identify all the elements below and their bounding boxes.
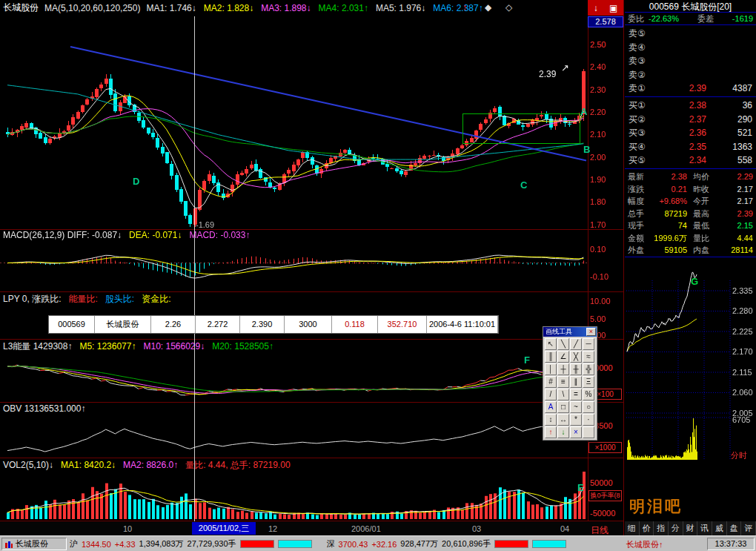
statusbar-stock-tab[interactable]: 长城股份: [1, 538, 67, 550]
scroll-down-icon[interactable]: ↓: [594, 3, 598, 13]
quote-info-cell: 59105: [647, 244, 687, 256]
quote-info-cell: 最低: [693, 220, 709, 231]
toolbar-titlebar[interactable]: 画线工具 ×: [543, 327, 597, 337]
bottom-tab[interactable]: 价: [640, 521, 654, 535]
quote-info-cell: 0.21: [647, 183, 687, 195]
draw-tool[interactable]: %: [583, 389, 594, 400]
draw-tool[interactable]: ╬: [583, 363, 594, 375]
order-book-row[interactable]: 卖④: [625, 41, 756, 54]
order-qty: 521: [709, 126, 752, 139]
draw-tool[interactable]: ↓: [557, 426, 569, 438]
chart-letter-annotation: E: [577, 482, 584, 493]
draw-tool[interactable]: ○: [583, 401, 594, 413]
l3-energy-chart[interactable]: [0, 352, 588, 401]
quote-info-cell: 均价: [693, 171, 709, 182]
draw-tool[interactable]: [583, 426, 594, 438]
quote-info-row: 外盘59105内盘28114: [625, 244, 756, 256]
draw-tool[interactable]: Ξ: [583, 376, 594, 388]
draw-tool[interactable]: ┼: [557, 363, 569, 375]
price-axis-tick: 2.20: [590, 108, 623, 116]
divider: [625, 257, 756, 257]
draw-tool[interactable]: =: [570, 389, 582, 400]
volume-chart[interactable]: [0, 470, 588, 521]
draw-tool[interactable]: #: [545, 376, 557, 388]
x-axis-strip: [0, 521, 623, 535]
intraday-price-tick: 2.060: [732, 388, 753, 397]
chart-letter-annotation: B: [583, 144, 590, 155]
draw-tool[interactable]: ≈: [583, 351, 594, 363]
watermark: 明泪吧: [629, 496, 683, 517]
order-book-row[interactable]: 买④2.351363: [625, 140, 756, 154]
draw-tool[interactable]: ╳: [570, 351, 582, 363]
draw-tool[interactable]: *: [570, 414, 582, 426]
draw-tool[interactable]: │: [545, 363, 557, 375]
price-axis-tick: 1.90: [590, 175, 623, 184]
order-book-row[interactable]: 卖③: [625, 54, 756, 67]
close-icon[interactable]: ×: [586, 328, 596, 336]
quote-info-cell: +9.68%: [647, 195, 687, 207]
crosshair-price-readout: 2.578: [588, 16, 623, 27]
draw-tool[interactable]: ╫: [570, 363, 582, 375]
arrow-up-icon[interactable]: ↑: [462, 2, 467, 13]
sz-amount: 928,477万: [400, 538, 438, 550]
order-price: 2.38: [666, 99, 706, 112]
macd-chart[interactable]: [0, 240, 588, 291]
order-book-row[interactable]: 卖⑤: [625, 27, 756, 40]
draw-tool[interactable]: □: [557, 401, 569, 413]
order-book-row[interactable]: 卖②: [625, 68, 756, 82]
quote-info-cell: 今开: [693, 195, 709, 207]
draw-tool[interactable]: ↖: [545, 338, 557, 350]
draw-tool[interactable]: ╲: [557, 338, 569, 350]
quote-info-cell: 4.44: [714, 232, 753, 244]
draw-tool[interactable]: ║: [545, 351, 557, 363]
quote-row-cell: 3000: [285, 316, 332, 333]
divider: [0, 291, 623, 292]
intraday-period-label[interactable]: 分时: [731, 450, 747, 461]
candlestick-chart[interactable]: [0, 16, 588, 230]
obv-chart[interactable]: [0, 415, 588, 457]
draw-tool[interactable]: ╱: [570, 338, 582, 350]
order-price: 2.39: [666, 82, 706, 95]
indicator-label: OBV 13136531.000↑: [3, 403, 85, 414]
bottom-tab[interactable]: 威: [712, 521, 727, 535]
draw-tool[interactable]: ∠: [557, 351, 569, 363]
order-book-row[interactable]: 卖①2.394387: [625, 82, 756, 95]
bottom-tab[interactable]: 财: [683, 521, 698, 535]
order-book-row[interactable]: 买②2.37290: [625, 113, 756, 126]
order-book-row[interactable]: 买①2.3836: [625, 99, 756, 112]
draw-tool[interactable]: A: [545, 401, 557, 413]
panel-divider: [623, 0, 624, 535]
quote-info-cell: 1999.6万: [647, 232, 687, 244]
order-qty: 1363: [709, 140, 752, 154]
diamond-outline-icon[interactable]: ◇: [505, 2, 512, 13]
bottom-tab[interactable]: 分: [669, 521, 683, 535]
draw-tool[interactable]: \: [557, 389, 569, 400]
draw-tool[interactable]: ∥: [570, 376, 582, 388]
draw-tool[interactable]: ↕: [545, 414, 557, 426]
draw-tool[interactable]: ×: [570, 426, 582, 438]
ma-value: MA1: 1.746↓: [146, 3, 196, 13]
draw-tool[interactable]: ~: [570, 401, 582, 413]
diamond-icon[interactable]: ◆: [485, 2, 491, 13]
quote-info-cell: 最高: [693, 208, 709, 220]
draw-tool[interactable]: ↔: [557, 414, 569, 426]
axis-corner-buttons[interactable]: ↓ ▣: [588, 0, 623, 16]
order-qty: 558: [709, 154, 752, 167]
order-book-row[interactable]: 买⑤2.34558: [625, 154, 756, 167]
draw-tool[interactable]: ↑: [545, 426, 557, 438]
draw-tool[interactable]: ·: [583, 414, 594, 426]
clock: 13:37:33: [707, 538, 755, 550]
quote-row-cell: 352.710: [378, 316, 427, 333]
bottom-tab[interactable]: 盘: [727, 521, 742, 535]
bottom-tab[interactable]: 细: [625, 521, 640, 535]
block-icon[interactable]: ▣: [609, 3, 617, 13]
draw-tool[interactable]: ─: [583, 338, 594, 350]
draw-tool[interactable]: ≡: [557, 376, 569, 388]
intraday-price-tick: 2.170: [732, 347, 753, 356]
sh-up-volume-bar: [240, 540, 274, 548]
order-book-row[interactable]: 买③2.36521: [625, 126, 756, 139]
draw-tool[interactable]: /: [545, 389, 557, 400]
bottom-tab[interactable]: 指: [654, 521, 669, 535]
bottom-tab[interactable]: 评: [741, 521, 756, 535]
bottom-tab[interactable]: 讯: [697, 521, 712, 535]
